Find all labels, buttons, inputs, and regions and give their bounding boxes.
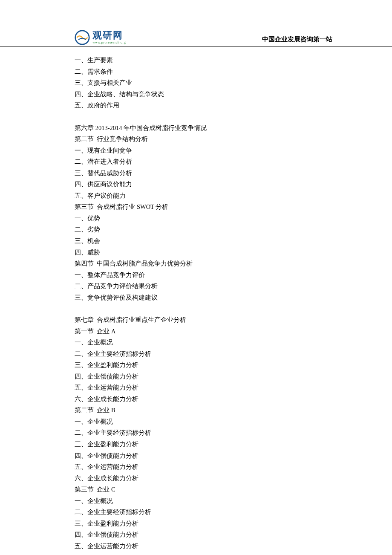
toc-line: 三、企业盈利能力分析	[75, 518, 317, 529]
toc-line: 四、威胁	[75, 247, 317, 258]
toc-line: 五、企业运营能力分析	[75, 461, 317, 473]
toc-line: 第七章 合成树脂行业重点生产企业分析	[75, 314, 317, 326]
toc-line: 四、企业偿债能力分析	[75, 371, 317, 382]
blank-line	[75, 303, 317, 314]
toc-line: 第六章 2013-2014 年中国合成树脂行业竞争情况	[75, 122, 317, 134]
toc-line: 二、产品竞争力评价结果分析	[75, 280, 317, 292]
toc-line: 二、需求条件	[75, 66, 317, 78]
toc-line: 四、企业偿债能力分析	[75, 529, 317, 541]
toc-line: 五、企业运营能力分析	[75, 541, 317, 552]
toc-line: 四、企业战略、结构与竞争状态	[75, 89, 317, 100]
toc-line: 二、劣势	[75, 224, 317, 235]
toc-line: 二、潜在进入者分析	[75, 156, 317, 168]
toc-line: 二、企业主要经济指标分析	[75, 427, 317, 439]
toc-line: 一、现有企业间竞争	[75, 145, 317, 156]
toc-line: 第二节 企业 B	[75, 405, 317, 416]
toc-line: 四、供应商议价能力	[75, 179, 317, 190]
toc-line: 第三节 合成树脂行业 SWOT 分析	[75, 201, 317, 213]
toc-line: 第三节 企业 C	[75, 484, 317, 495]
toc-line: 三、企业盈利能力分析	[75, 439, 317, 450]
logo-text: 观研网 www.proresearch.org	[92, 31, 126, 44]
toc-line: 一、企业概况	[75, 416, 317, 428]
toc-line: 二、企业主要经济指标分析	[75, 506, 317, 518]
toc-line: 第二节 行业竞争结构分析	[75, 133, 317, 145]
toc-line: 五、企业运营能力分析	[75, 382, 317, 393]
toc-line: 二、企业主要经济指标分析	[75, 348, 317, 360]
logo-icon	[75, 30, 90, 45]
toc-line: 三、机会	[75, 235, 317, 247]
header-right-text: 中国企业发展咨询第一站	[262, 35, 332, 45]
toc-line: 五、客户议价能力	[75, 190, 317, 202]
toc-line: 六、企业成长能力分析	[75, 393, 317, 405]
toc-line: 五、政府的作用	[75, 100, 317, 111]
page-header: 观研网 www.proresearch.org 中国企业发展咨询第一站	[0, 26, 392, 47]
toc-line: 一、整体产品竞争力评价	[75, 269, 317, 281]
toc-line: 四、企业偿债能力分析	[75, 450, 317, 462]
toc-line: 第四节 中国合成树脂产品竞争力优势分析	[75, 258, 317, 269]
logo: 观研网 www.proresearch.org	[75, 30, 126, 45]
toc-line: 三、支援与相关产业	[75, 77, 317, 89]
toc-line: 一、生产要素	[75, 55, 317, 66]
toc-line: 一、企业概况	[75, 337, 317, 348]
document-content: 一、生产要素二、需求条件三、支援与相关产业四、企业战略、结构与竞争状态五、政府的…	[0, 55, 392, 552]
toc-line: 一、企业概况	[75, 495, 317, 507]
toc-line: 第一节 企业 A	[75, 326, 317, 337]
toc-line: 一、优势	[75, 213, 317, 224]
toc-line: 三、替代品威胁分析	[75, 168, 317, 179]
toc-line: 六、企业成长能力分析	[75, 473, 317, 484]
blank-line	[75, 111, 317, 122]
toc-line: 三、企业盈利能力分析	[75, 359, 317, 371]
logo-sub-text: www.proresearch.org	[92, 41, 126, 44]
toc-line: 三、竞争优势评价及构建建议	[75, 292, 317, 304]
logo-main-text: 观研网	[92, 31, 126, 40]
